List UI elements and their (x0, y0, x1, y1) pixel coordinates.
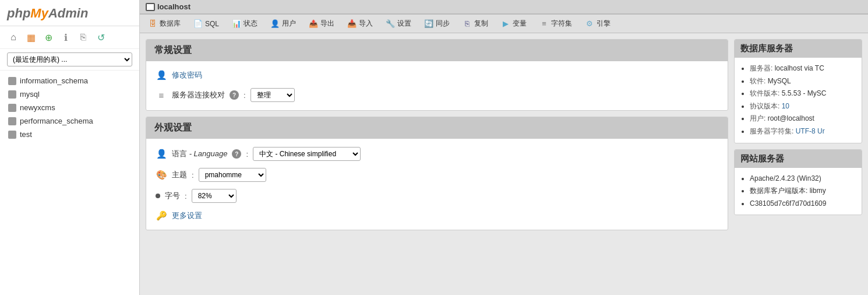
more-settings-link[interactable]: 更多设置 (172, 210, 202, 221)
toolbar-btn-engine[interactable]: ⚙ 引擎 (579, 16, 616, 31)
web-server-body: Apache/2.4.23 (Win32) 数据库客户端版本: libmy C3… (735, 168, 862, 215)
list-item: 软件版本: 5.5.53 - MySC (750, 87, 856, 100)
toolbar-label-export: 导出 (320, 19, 334, 29)
add-icon[interactable]: ⊕ (42, 31, 55, 44)
list-item[interactable]: mysql (0, 87, 139, 101)
list-item: 服务器字符集: UTF-8 Ur (750, 125, 856, 138)
db-icon (8, 104, 16, 112)
theme-icon: 🎨 (156, 169, 167, 181)
web-server-title: 网站服务器 (735, 150, 862, 168)
appearance-settings-panel: 外观设置 👤 语言 - Language ? : 中文 - Chinese si… (146, 117, 728, 230)
toolbar-btn-charset[interactable]: ≡ 字符集 (534, 16, 578, 31)
collation-icon: ≡ (156, 89, 167, 101)
theme-select[interactable]: pmahomme (199, 168, 266, 182)
change-password-link[interactable]: 修改密码 (172, 70, 202, 80)
toolbar-label-sync: 同步 (436, 19, 450, 29)
var-icon: ▶ (501, 19, 510, 29)
refresh-icon[interactable]: ↺ (94, 31, 107, 44)
toolbar-btn-copy[interactable]: ⎘ 复制 (457, 16, 494, 31)
fontsize-select[interactable]: 82% (192, 189, 237, 203)
collation-select[interactable]: 整理 (250, 88, 295, 102)
toolbar-btn-sync[interactable]: 🔄 同步 (418, 16, 456, 31)
db-name: test (20, 130, 32, 139)
fontsize-row: 字号 : 82% (156, 189, 718, 203)
toolbar-btn-settings[interactable]: 🔧 设置 (380, 16, 417, 31)
toolbar-btn-export[interactable]: 📤 导出 (303, 16, 340, 31)
monitor-icon (146, 3, 155, 11)
toolbar-btn-database[interactable]: 🗄 数据库 (142, 16, 186, 31)
server-label: localhost (157, 2, 190, 11)
toolbar-label-database: 数据库 (160, 19, 181, 29)
import-icon: 📥 (347, 19, 357, 29)
db-server-title: 数据库服务器 (735, 40, 862, 58)
toolbar-label-import: 导入 (359, 19, 373, 29)
sql-icon: 📄 (193, 19, 203, 29)
db-name: performance_schema (20, 117, 93, 125)
list-item: 协议版本: 10 (750, 100, 856, 113)
list-item: 软件: MySQL (750, 75, 856, 88)
collation-row: ≡ 服务器连接校对 ? : 整理 (156, 88, 718, 102)
toolbar-label-sql: SQL (205, 20, 219, 28)
toolbar-btn-import[interactable]: 📥 导入 (341, 16, 379, 31)
list-item: 数据库客户端版本: libmy (750, 185, 856, 198)
status-icon: 📊 (232, 19, 241, 29)
logo-my: My (30, 6, 48, 20)
db-icon (8, 90, 16, 99)
change-password-row: 👤 修改密码 (156, 69, 718, 81)
copy-tb-icon: ⎘ (463, 19, 472, 29)
more-settings-row: 🔑 更多设置 (156, 210, 718, 222)
list-item: C38105d7c6f7d70d1609 (750, 198, 856, 210)
db-name: information_schema (20, 76, 88, 85)
web-server-panel: 网站服务器 Apache/2.4.23 (Win32) 数据库客户端版本: li… (734, 149, 862, 216)
toolbar-btn-user[interactable]: 👤 用户 (264, 16, 302, 31)
main-area: localhost 🗄 数据库 📄 SQL 📊 状态 👤 用户 📤 导出 📥 导… (140, 0, 868, 295)
toolbar-btn-var[interactable]: ▶ 变量 (495, 16, 532, 31)
db-icon (8, 77, 16, 85)
sidebar: phpMyAdmin ⌂ ▦ ⊕ ℹ ⎘ ↺ (最近使用的表) ... info… (0, 0, 140, 295)
theme-row: 🎨 主题 : pmahomme (156, 168, 718, 182)
toolbar-btn-sql[interactable]: 📄 SQL (188, 16, 225, 31)
fontsize-bullet (156, 194, 160, 198)
recent-tables-select[interactable]: (最近使用的表) ... (7, 52, 132, 66)
charset-link[interactable]: UTF-8 Ur (796, 127, 825, 135)
content-main: 常规设置 👤 修改密码 ≡ 服务器连接校对 ? : 整理 (146, 39, 728, 289)
home-icon[interactable]: ⌂ (7, 31, 20, 44)
user-icon: 👤 (270, 19, 280, 29)
collation-help-icon[interactable]: ? (230, 90, 239, 100)
toolbar-label-engine: 引擎 (597, 19, 611, 29)
db-name: mysql (20, 90, 40, 99)
list-item: Apache/2.4.23 (Win32) (750, 173, 856, 185)
logo-admin: Admin (48, 6, 88, 20)
db-server-body: 服务器: localhost via TC 软件: MySQL 软件版本: 5.… (735, 58, 862, 143)
info-icon[interactable]: ℹ (59, 31, 72, 44)
chart-icon[interactable]: ▦ (24, 31, 37, 44)
toolbar-label-charset: 字符集 (551, 19, 572, 29)
language-select[interactable]: 中文 - Chinese simplified (253, 147, 361, 161)
sync-icon: 🔄 (424, 19, 433, 29)
top-bar: localhost (140, 0, 868, 15)
list-item[interactable]: information_schema (0, 74, 139, 87)
toolbar: 🗄 数据库 📄 SQL 📊 状态 👤 用户 📤 导出 📥 导入 🔧 设置 🔄 (140, 15, 868, 33)
database-icon: 🗄 (148, 19, 157, 29)
db-icon (8, 131, 16, 139)
list-item[interactable]: performance_schema (0, 114, 139, 128)
more-settings-icon: 🔑 (156, 210, 167, 222)
db-name: newyxcms (20, 103, 55, 112)
language-help-icon[interactable]: ? (232, 149, 241, 159)
right-sidebar: 数据库服务器 服务器: localhost via TC 软件: MySQL 软… (734, 39, 862, 289)
language-label: 语言 - Language (172, 149, 227, 159)
copy-icon[interactable]: ⎘ (77, 31, 90, 44)
list-item[interactable]: newyxcms (0, 101, 139, 114)
list-item: 服务器: localhost via TC (750, 62, 856, 75)
toolbar-btn-status[interactable]: 📊 状态 (226, 16, 263, 31)
db-icon (8, 117, 16, 125)
list-item[interactable]: test (0, 128, 139, 141)
engine-icon: ⚙ (585, 19, 594, 29)
list-item: 用户: root@localhost (750, 113, 856, 125)
sidebar-icon-bar: ⌂ ▦ ⊕ ℹ ⎘ ↺ (0, 26, 139, 49)
protocol-link[interactable]: 10 (782, 102, 789, 110)
logo-php: php (7, 6, 30, 20)
toolbar-label-copy: 复制 (474, 19, 488, 29)
general-settings-body: 👤 修改密码 ≡ 服务器连接校对 ? : 整理 (146, 61, 728, 110)
database-list: information_schema mysql newyxcms perfor… (0, 71, 139, 145)
